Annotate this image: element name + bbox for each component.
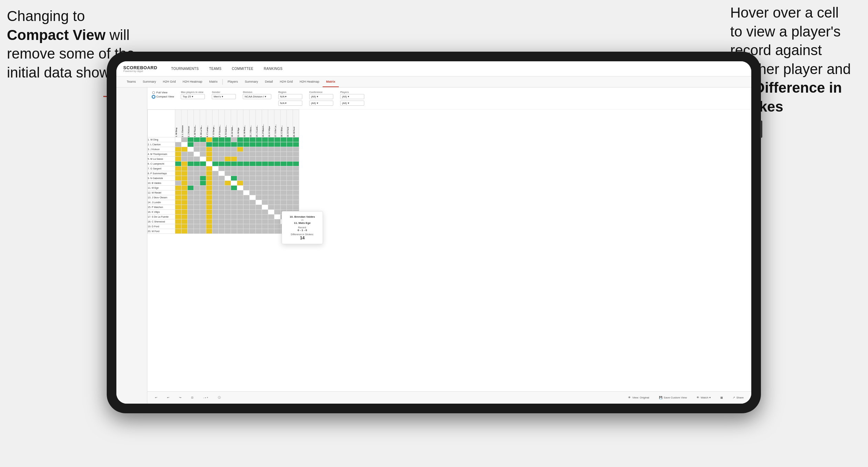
matrix-cell[interactable] [243,190,250,195]
matrix-cell[interactable] [200,224,206,229]
matrix-cell[interactable] [293,166,299,171]
compact-view-radio[interactable] [152,95,155,98]
tab-h2h-heatmap2[interactable]: H2H Heatmap [296,76,323,87]
matrix-cell[interactable] [194,142,200,147]
matrix-cell[interactable] [181,190,188,195]
matrix-cell[interactable] [175,219,181,224]
matrix-cell[interactable] [219,137,225,142]
matrix-cell[interactable] [188,186,194,190]
matrix-cell[interactable] [268,147,274,152]
matrix-cell[interactable] [237,215,243,219]
matrix-cell[interactable] [188,162,194,166]
matrix-cell[interactable] [194,195,200,200]
matrix-cell[interactable] [287,190,293,195]
undo-button[interactable]: ↩ [153,395,159,400]
matrix-cell[interactable] [262,215,268,219]
matrix-cell[interactable] [212,157,219,162]
full-view-option[interactable]: Full View [152,91,174,94]
matrix-cell[interactable] [281,142,287,147]
matrix-cell[interactable] [274,137,281,142]
matrix-cell[interactable] [281,195,287,200]
matrix-cell[interactable] [188,215,194,219]
matrix-cell[interactable] [287,166,293,171]
matrix-cell[interactable] [243,215,250,219]
tab-teams[interactable]: Teams [123,76,139,87]
matrix-cell[interactable] [231,215,237,219]
matrix-cell[interactable] [225,219,231,224]
zoom-fit-button[interactable]: ⊡ [189,395,196,400]
matrix-cell[interactable] [181,205,188,210]
matrix-cell[interactable] [225,224,231,229]
matrix-cell[interactable] [231,186,237,190]
matrix-cell[interactable] [175,229,181,234]
region-select[interactable]: N/A ▾ [278,94,302,99]
matrix-cell[interactable] [219,215,225,219]
matrix-cell[interactable] [237,195,243,200]
matrix-cell[interactable] [237,219,243,224]
gender-select[interactable]: Men's ▾ [212,94,236,99]
matrix-cell[interactable] [293,147,299,152]
matrix-cell[interactable] [181,215,188,219]
matrix-cell[interactable] [268,200,274,205]
matrix-cell[interactable] [262,200,268,205]
matrix-cell[interactable] [212,224,219,229]
matrix-cell[interactable] [250,200,256,205]
matrix-cell[interactable] [206,210,212,215]
matrix-cell[interactable] [293,190,299,195]
tab-summary1[interactable]: Summary [139,76,160,87]
matrix-cell[interactable] [212,186,219,190]
tab-h2h-grid2[interactable]: H2H Grid [276,76,296,87]
nav-teams[interactable]: TEAMS [209,67,221,71]
matrix-cell[interactable] [250,162,256,166]
matrix-cell[interactable] [219,157,225,162]
matrix-cell[interactable] [250,210,256,215]
matrix-cell[interactable] [212,147,219,152]
matrix-cell[interactable] [200,195,206,200]
matrix-cell[interactable] [206,181,212,186]
matrix-cell[interactable] [219,200,225,205]
matrix-cell[interactable] [231,137,237,142]
matrix-cell[interactable] [219,162,225,166]
matrix-cell[interactable] [274,200,281,205]
matrix-cell[interactable] [262,186,268,190]
matrix-cell[interactable] [225,186,231,190]
matrix-cell[interactable] [188,142,194,147]
matrix-cell[interactable] [293,157,299,162]
matrix-cell[interactable] [293,186,299,190]
matrix-cell[interactable] [256,166,262,171]
matrix-cell[interactable] [268,162,274,166]
matrix-cell[interactable] [200,200,206,205]
matrix-cell[interactable] [274,229,281,234]
matrix-cell[interactable] [206,186,212,190]
matrix-cell[interactable] [268,157,274,162]
matrix-cell[interactable] [225,200,231,205]
save-custom-button[interactable]: 💾 Save Custom View [657,395,689,400]
matrix-cell[interactable] [268,186,274,190]
matrix-cell[interactable] [194,147,200,152]
matrix-cell[interactable] [219,205,225,210]
matrix-cell[interactable] [262,229,268,234]
matrix-cell[interactable] [287,200,293,205]
matrix-cell[interactable] [181,157,188,162]
matrix-cell[interactable] [225,181,231,186]
matrix-cell[interactable] [243,210,250,215]
matrix-cell[interactable] [175,176,181,181]
conference-select2[interactable]: (All) ▾ [309,101,333,106]
matrix-cell[interactable] [231,210,237,215]
matrix-cell[interactable] [256,171,262,176]
matrix-cell[interactable] [206,137,212,142]
matrix-cell[interactable] [287,152,293,157]
matrix-cell[interactable] [250,176,256,181]
matrix-cell[interactable] [200,162,206,166]
matrix-cell[interactable] [175,166,181,171]
watch-button[interactable]: 👁 Watch ▾ [694,395,713,400]
matrix-cell[interactable] [256,147,262,152]
zoom-controls[interactable]: - • + [201,395,210,400]
matrix-cell[interactable] [281,166,287,171]
matrix-cell[interactable] [206,171,212,176]
matrix-cell[interactable] [274,152,281,157]
matrix-cell[interactable] [194,219,200,224]
matrix-cell[interactable] [188,166,194,171]
matrix-cell[interactable] [268,171,274,176]
matrix-cell[interactable] [231,162,237,166]
